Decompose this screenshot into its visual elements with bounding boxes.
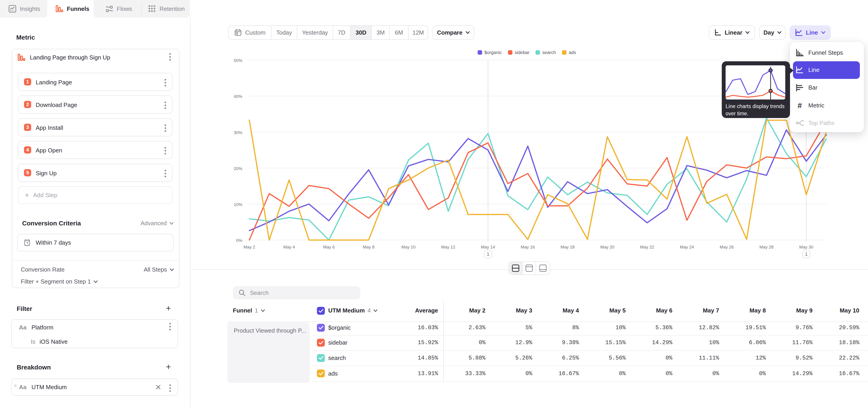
svg-text:May 20: May 20 xyxy=(600,245,614,249)
svg-text:May 28: May 28 xyxy=(760,245,774,249)
svg-text:May 8: May 8 xyxy=(363,245,375,249)
svg-text:10%: 10% xyxy=(234,202,242,207)
svg-text:50%: 50% xyxy=(234,58,242,63)
svg-text:May 26: May 26 xyxy=(720,245,734,249)
svg-text:40%: 40% xyxy=(234,94,242,99)
svg-text:May 18: May 18 xyxy=(561,245,575,249)
svg-text:May 2: May 2 xyxy=(243,245,255,249)
svg-text:May 16: May 16 xyxy=(521,245,535,249)
svg-text:May 24: May 24 xyxy=(680,245,694,249)
svg-text:May 10: May 10 xyxy=(401,245,415,249)
svg-text:May 22: May 22 xyxy=(640,245,654,249)
svg-text:30%: 30% xyxy=(234,130,242,135)
svg-text:May 14: May 14 xyxy=(481,245,495,249)
svg-text:20%: 20% xyxy=(234,166,242,171)
svg-text:May 30: May 30 xyxy=(799,245,813,249)
svg-text:0%: 0% xyxy=(236,238,243,243)
svg-text:May 4: May 4 xyxy=(283,245,295,249)
svg-text:May 6: May 6 xyxy=(323,245,335,249)
svg-text:May 12: May 12 xyxy=(441,245,455,249)
